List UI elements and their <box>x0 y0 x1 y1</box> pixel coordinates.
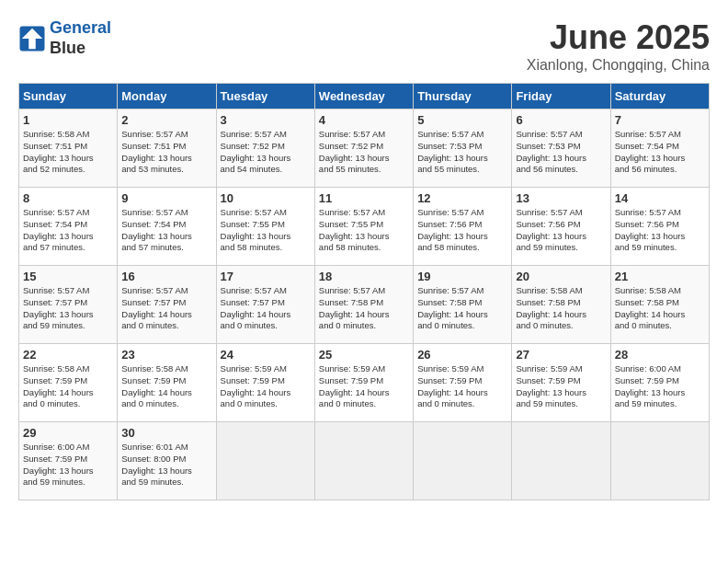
day-info: Sunrise: 5:58 AMSunset: 7:58 PMDaylight:… <box>615 285 705 332</box>
day-info: Sunrise: 5:57 AMSunset: 7:55 PMDaylight:… <box>221 207 311 254</box>
day-number: 22 <box>23 348 113 362</box>
day-info: Sunrise: 5:58 AMSunset: 7:59 PMDaylight:… <box>23 363 113 410</box>
calendar-week-row: 1Sunrise: 5:58 AMSunset: 7:51 PMDaylight… <box>19 109 710 188</box>
calendar-day-cell: 9Sunrise: 5:57 AMSunset: 7:54 PMDaylight… <box>118 188 216 266</box>
calendar-day-cell: 2Sunrise: 5:57 AMSunset: 7:51 PMDaylight… <box>118 109 216 188</box>
calendar-week-row: 8Sunrise: 5:57 AMSunset: 7:54 PMDaylight… <box>19 188 710 266</box>
location-title: Xianlong, Chongqing, China <box>527 57 710 74</box>
day-number: 6 <box>516 113 606 127</box>
day-number: 30 <box>121 426 211 440</box>
calendar-day-cell: 16Sunrise: 5:57 AMSunset: 7:57 PMDayligh… <box>118 266 216 344</box>
day-number: 2 <box>121 113 211 127</box>
calendar-day-cell: 24Sunrise: 5:59 AMSunset: 7:59 PMDayligh… <box>216 344 314 422</box>
calendar-day-cell <box>414 422 512 500</box>
day-info: Sunrise: 5:57 AMSunset: 7:58 PMDaylight:… <box>319 285 409 332</box>
calendar-day-cell <box>610 422 709 500</box>
calendar-day-cell: 11Sunrise: 5:57 AMSunset: 7:55 PMDayligh… <box>314 188 413 266</box>
calendar-day-cell: 28Sunrise: 6:00 AMSunset: 7:59 PMDayligh… <box>610 344 709 422</box>
day-info: Sunrise: 5:59 AMSunset: 7:59 PMDaylight:… <box>417 363 507 410</box>
calendar-day-cell: 21Sunrise: 5:58 AMSunset: 7:58 PMDayligh… <box>610 266 709 344</box>
day-number: 7 <box>615 113 705 127</box>
day-number: 17 <box>221 270 311 283</box>
calendar-day-cell: 5Sunrise: 5:57 AMSunset: 7:53 PMDaylight… <box>414 109 512 188</box>
day-number: 11 <box>319 191 409 205</box>
day-info: Sunrise: 5:58 AMSunset: 7:58 PMDaylight:… <box>516 285 606 332</box>
calendar-day-cell: 30Sunrise: 6:01 AMSunset: 8:00 PMDayligh… <box>118 422 216 500</box>
calendar-day-cell: 20Sunrise: 5:58 AMSunset: 7:58 PMDayligh… <box>512 266 610 344</box>
day-info: Sunrise: 5:57 AMSunset: 7:52 PMDaylight:… <box>319 129 409 176</box>
logo-icon <box>18 25 46 52</box>
day-info: Sunrise: 5:57 AMSunset: 7:53 PMDaylight:… <box>516 129 606 176</box>
calendar-week-row: 22Sunrise: 5:58 AMSunset: 7:59 PMDayligh… <box>19 344 710 422</box>
day-number: 19 <box>417 270 507 283</box>
calendar-day-cell: 10Sunrise: 5:57 AMSunset: 7:55 PMDayligh… <box>216 188 314 266</box>
day-number: 21 <box>615 270 705 283</box>
day-number: 10 <box>221 191 311 205</box>
day-info: Sunrise: 5:57 AMSunset: 7:58 PMDaylight:… <box>417 285 507 332</box>
calendar-day-cell: 1Sunrise: 5:58 AMSunset: 7:51 PMDaylight… <box>19 109 118 188</box>
day-number: 24 <box>221 348 311 362</box>
calendar-day-cell: 7Sunrise: 5:57 AMSunset: 7:54 PMDaylight… <box>610 109 709 188</box>
day-number: 28 <box>615 348 705 362</box>
day-number: 3 <box>221 113 311 127</box>
calendar-week-row: 29Sunrise: 6:00 AMSunset: 7:59 PMDayligh… <box>19 422 710 500</box>
day-info: Sunrise: 5:57 AMSunset: 7:56 PMDaylight:… <box>417 207 507 254</box>
weekday-header: Saturday <box>610 84 709 109</box>
day-info: Sunrise: 6:01 AMSunset: 8:00 PMDaylight:… <box>121 442 211 488</box>
day-number: 8 <box>23 191 113 205</box>
calendar-day-cell <box>216 422 314 500</box>
day-info: Sunrise: 5:57 AMSunset: 7:56 PMDaylight:… <box>615 207 705 254</box>
day-number: 13 <box>516 191 606 205</box>
day-info: Sunrise: 5:57 AMSunset: 7:56 PMDaylight:… <box>516 207 606 254</box>
day-info: Sunrise: 5:57 AMSunset: 7:57 PMDaylight:… <box>221 285 311 332</box>
weekday-header-row: SundayMondayTuesdayWednesdayThursdayFrid… <box>19 84 710 109</box>
day-info: Sunrise: 5:57 AMSunset: 7:54 PMDaylight:… <box>23 207 113 254</box>
day-number: 4 <box>319 113 409 127</box>
calendar-day-cell: 15Sunrise: 5:57 AMSunset: 7:57 PMDayligh… <box>19 266 118 344</box>
day-number: 5 <box>417 113 507 127</box>
day-info: Sunrise: 6:00 AMSunset: 7:59 PMDaylight:… <box>615 363 705 410</box>
weekday-header: Friday <box>512 84 610 109</box>
title-area: June 2025 Xianlong, Chongqing, China <box>527 18 710 74</box>
calendar-week-row: 15Sunrise: 5:57 AMSunset: 7:57 PMDayligh… <box>19 266 710 344</box>
calendar-day-cell: 12Sunrise: 5:57 AMSunset: 7:56 PMDayligh… <box>414 188 512 266</box>
calendar-day-cell <box>512 422 610 500</box>
calendar-day-cell: 3Sunrise: 5:57 AMSunset: 7:52 PMDaylight… <box>216 109 314 188</box>
calendar-day-cell: 25Sunrise: 5:59 AMSunset: 7:59 PMDayligh… <box>314 344 413 422</box>
calendar-day-cell <box>314 422 413 500</box>
day-info: Sunrise: 5:57 AMSunset: 7:57 PMDaylight:… <box>121 285 211 332</box>
day-number: 25 <box>319 348 409 362</box>
calendar-day-cell: 19Sunrise: 5:57 AMSunset: 7:58 PMDayligh… <box>414 266 512 344</box>
day-number: 29 <box>23 426 113 440</box>
calendar-day-cell: 13Sunrise: 5:57 AMSunset: 7:56 PMDayligh… <box>512 188 610 266</box>
day-info: Sunrise: 5:58 AMSunset: 7:59 PMDaylight:… <box>121 363 211 410</box>
calendar-day-cell: 14Sunrise: 5:57 AMSunset: 7:56 PMDayligh… <box>610 188 709 266</box>
day-info: Sunrise: 5:59 AMSunset: 7:59 PMDaylight:… <box>221 363 311 410</box>
weekday-header: Sunday <box>19 84 118 109</box>
day-info: Sunrise: 5:59 AMSunset: 7:59 PMDaylight:… <box>319 363 409 410</box>
day-info: Sunrise: 5:59 AMSunset: 7:59 PMDaylight:… <box>516 363 606 410</box>
day-info: Sunrise: 5:57 AMSunset: 7:57 PMDaylight:… <box>23 285 113 332</box>
day-number: 18 <box>319 270 409 283</box>
calendar-day-cell: 17Sunrise: 5:57 AMSunset: 7:57 PMDayligh… <box>216 266 314 344</box>
day-number: 1 <box>23 113 113 127</box>
weekday-header: Monday <box>118 84 216 109</box>
day-info: Sunrise: 5:57 AMSunset: 7:52 PMDaylight:… <box>221 129 311 176</box>
calendar-day-cell: 23Sunrise: 5:58 AMSunset: 7:59 PMDayligh… <box>118 344 216 422</box>
day-number: 12 <box>417 191 507 205</box>
day-info: Sunrise: 5:57 AMSunset: 7:54 PMDaylight:… <box>121 207 211 254</box>
day-number: 27 <box>516 348 606 362</box>
day-info: Sunrise: 5:57 AMSunset: 7:54 PMDaylight:… <box>615 129 705 176</box>
day-number: 26 <box>417 348 507 362</box>
calendar-day-cell: 8Sunrise: 5:57 AMSunset: 7:54 PMDaylight… <box>19 188 118 266</box>
calendar-day-cell: 27Sunrise: 5:59 AMSunset: 7:59 PMDayligh… <box>512 344 610 422</box>
day-info: Sunrise: 5:57 AMSunset: 7:51 PMDaylight:… <box>121 129 211 176</box>
day-info: Sunrise: 5:58 AMSunset: 7:51 PMDaylight:… <box>23 129 113 176</box>
day-number: 15 <box>23 270 113 283</box>
logo: General Blue <box>18 18 111 58</box>
month-title: June 2025 <box>527 18 710 57</box>
day-info: Sunrise: 5:57 AMSunset: 7:55 PMDaylight:… <box>319 207 409 254</box>
page-header: General Blue June 2025 Xianlong, Chongqi… <box>18 18 710 74</box>
calendar-day-cell: 22Sunrise: 5:58 AMSunset: 7:59 PMDayligh… <box>19 344 118 422</box>
weekday-header: Wednesday <box>314 84 413 109</box>
